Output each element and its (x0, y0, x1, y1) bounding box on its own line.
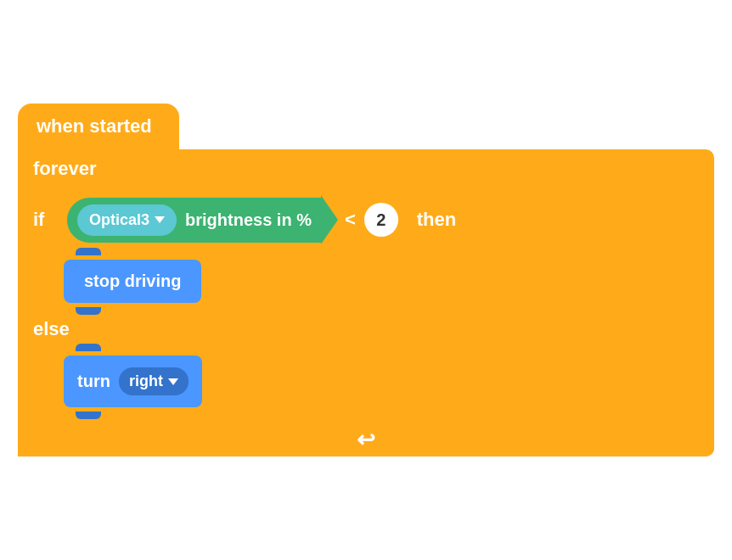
value-label: 2 (376, 210, 386, 230)
stop-driving-block[interactable]: stop driving (64, 260, 201, 303)
else-label: else (33, 318, 70, 339)
forever-block: forever if Optical3 brightness in % (18, 149, 714, 456)
sensor-label: Optical3 (89, 211, 149, 229)
direction-dropdown[interactable]: right (119, 367, 189, 395)
scratch-container: when started forever if Optical3 (0, 0, 732, 560)
direction-dropdown-arrow (168, 378, 178, 385)
if-body: stop driving (18, 251, 714, 311)
then-label: then (417, 209, 456, 231)
turn-block[interactable]: turn right (64, 356, 202, 407)
turn-top-notch (76, 344, 101, 351)
full-program-block: when started forever if Optical3 (18, 104, 714, 456)
stop-driving-bottom-notch (76, 307, 101, 315)
when-started-label: when started (37, 115, 152, 137)
loop-arrow: ↩ (357, 427, 375, 453)
condition-pill: Optical3 brightness in % (67, 198, 322, 243)
forever-header: forever (18, 149, 714, 188)
else-body: turn right (18, 347, 714, 416)
if-row: if Optical3 brightness in % (18, 188, 714, 251)
operator-label: < (345, 209, 356, 231)
value-circle[interactable]: 2 (364, 203, 398, 237)
when-started-block: when started (18, 104, 179, 149)
direction-label: right (129, 372, 163, 390)
turn-label: turn (77, 372, 110, 391)
forever-bottom: ↩ (18, 423, 714, 456)
condition-container: Optical3 brightness in % < 2 (67, 195, 398, 244)
turn-bottom-notch (76, 412, 101, 419)
forever-label: forever (33, 158, 97, 180)
stop-driving-label: stop driving (84, 272, 181, 290)
operator-value: < 2 (345, 203, 398, 237)
stop-driving-top-notch (76, 248, 101, 255)
sensor-dropdown-arrow (155, 216, 165, 223)
condition-arrow-tip (321, 195, 338, 244)
stop-driving-wrapper: stop driving (64, 255, 201, 308)
if-label: if (33, 209, 57, 231)
turn-wrapper: turn right (64, 350, 202, 412)
sensor-dropdown[interactable]: Optical3 (77, 204, 177, 236)
else-row: else (18, 311, 714, 347)
brightness-label: brightness in % (185, 210, 312, 230)
